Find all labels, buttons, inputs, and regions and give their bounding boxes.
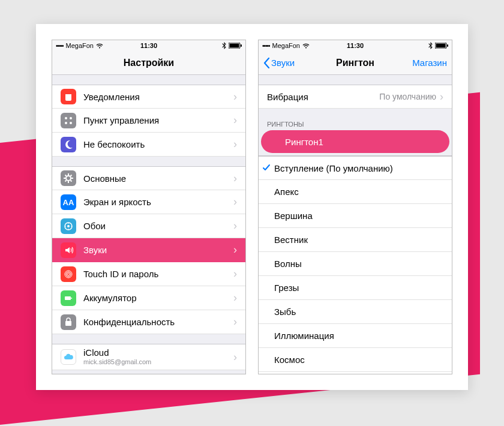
settings-item-label: Экран и яркость bbox=[83, 197, 233, 207]
icloud-icon bbox=[61, 349, 76, 365]
settings-item-label: Touch ID и пароль bbox=[83, 269, 233, 279]
checkmark-icon bbox=[259, 164, 274, 172]
disclosure-icon: › bbox=[233, 220, 237, 232]
settings-item-display[interactable]: AAЭкран и яркость› bbox=[52, 190, 245, 214]
custom-ringtone-highlighted[interactable]: Рингтон1 bbox=[261, 130, 449, 153]
signal-dots-icon: ••••• bbox=[262, 43, 270, 49]
disclosure-icon: › bbox=[233, 114, 237, 127]
ringtone-label: Апекс bbox=[274, 187, 443, 197]
svg-rect-17 bbox=[71, 298, 73, 299]
svg-rect-16 bbox=[65, 296, 71, 300]
settings-item-label: Уведомления bbox=[83, 92, 233, 102]
nav-bar-settings: Настройки bbox=[52, 51, 245, 75]
settings-item-label: Обои bbox=[83, 221, 233, 231]
svg-point-8 bbox=[70, 122, 72, 124]
ringtone-item[interactable]: Зыбь bbox=[259, 300, 452, 324]
settings-item-privacy[interactable]: Конфиденциальность› bbox=[52, 310, 245, 334]
ringtone-label: Грезы bbox=[274, 283, 443, 293]
vibration-label: Вибрация bbox=[267, 92, 379, 102]
svg-text:AA: AA bbox=[63, 198, 74, 207]
settings-item-touchid[interactable]: Touch ID и пароль› bbox=[52, 262, 245, 286]
nav-bar-ringtone: Звуки Рингтон Магазин bbox=[259, 51, 452, 75]
status-bar: ••••• MegaFon 11:30 bbox=[52, 40, 245, 51]
ringtone-item[interactable]: Вершина bbox=[259, 204, 452, 228]
vibration-cell[interactable]: Вибрация По умолчанию › bbox=[259, 85, 452, 109]
clock: 11:30 bbox=[118, 42, 179, 49]
ringtone-item[interactable]: Вступление (По умолчанию) bbox=[259, 156, 452, 180]
phone-ringtone: ••••• MegaFon 11:30 Звуки Ринг bbox=[258, 40, 452, 374]
ringtone-label: Вестник bbox=[274, 235, 443, 245]
clock: 11:30 bbox=[324, 42, 386, 49]
svg-rect-21 bbox=[447, 44, 448, 47]
settings-item-control[interactable]: Пункт управления› bbox=[52, 109, 245, 133]
settings-item-label: Не беспокоить bbox=[83, 139, 233, 149]
bluetooth-icon bbox=[222, 42, 226, 49]
carrier-label: MegaFon bbox=[272, 42, 300, 49]
privacy-icon bbox=[61, 314, 76, 330]
battery-icon bbox=[435, 43, 448, 49]
svg-point-5 bbox=[65, 117, 67, 119]
svg-rect-18 bbox=[65, 321, 71, 326]
svg-point-9 bbox=[66, 176, 71, 181]
disclosure-icon: › bbox=[440, 91, 443, 103]
dnd-icon bbox=[61, 137, 76, 152]
ringtone-item[interactable]: Апекс bbox=[259, 180, 452, 204]
display-icon: AA bbox=[61, 194, 76, 210]
store-button[interactable]: Магазин bbox=[407, 51, 452, 74]
settings-item-sounds[interactable]: Звуки› bbox=[52, 238, 245, 262]
svg-point-14 bbox=[66, 272, 71, 277]
settings-item-battery[interactable]: Аккумулятор› bbox=[52, 286, 245, 310]
general-icon bbox=[61, 170, 76, 186]
settings-item-label: Аккумулятор bbox=[83, 293, 233, 303]
settings-item-label: Звуки bbox=[83, 245, 233, 255]
svg-rect-2 bbox=[241, 44, 242, 47]
page-title: Настройки bbox=[52, 58, 245, 68]
settings-item-general[interactable]: Основные› bbox=[52, 166, 245, 190]
ringtone-item[interactable]: Космос bbox=[259, 348, 452, 372]
back-label: Звуки bbox=[271, 58, 295, 68]
ringtone-label: Вершина bbox=[274, 211, 443, 221]
svg-rect-4 bbox=[65, 92, 71, 94]
disclosure-icon: › bbox=[233, 172, 237, 185]
settings-item-label: Основные bbox=[83, 173, 233, 184]
ringtone-label: Космос bbox=[274, 355, 443, 365]
disclosure-icon: › bbox=[233, 268, 237, 280]
settings-item-icloud[interactable]: iCloudmick.sid85@gmail.com› bbox=[52, 344, 245, 370]
ringtone-item[interactable]: Грезы bbox=[259, 276, 452, 300]
ringtones-section-header: РИНГТОНЫ bbox=[259, 117, 452, 130]
sounds-icon bbox=[61, 242, 76, 258]
settings-item-label: Пункт управления bbox=[83, 115, 233, 125]
ringtone-item[interactable]: Волны bbox=[259, 252, 452, 276]
screenshot-card: ••••• MegaFon 11:30 Настройки Уведомлени… bbox=[36, 24, 468, 390]
svg-point-7 bbox=[65, 122, 67, 124]
settings-item-wallpaper[interactable]: Обои› bbox=[52, 214, 245, 238]
touchid-icon bbox=[61, 266, 76, 282]
wifi-icon bbox=[96, 43, 103, 49]
status-bar: ••••• MegaFon 11:30 bbox=[259, 40, 452, 51]
settings-item-sublabel: mick.sid85@gmail.com bbox=[83, 358, 233, 366]
disclosure-icon: › bbox=[233, 316, 237, 328]
bluetooth-icon bbox=[428, 42, 433, 49]
disclosure-icon: › bbox=[233, 196, 237, 208]
carrier-label: MegaFon bbox=[66, 42, 94, 49]
settings-content: Уведомления›Пункт управления›Не беспокои… bbox=[52, 75, 245, 374]
settings-item-notifications[interactable]: Уведомления› bbox=[52, 85, 245, 109]
disclosure-icon: › bbox=[233, 91, 237, 103]
ringtone-item[interactable]: Иллюминация bbox=[259, 324, 452, 348]
ringtone-content: Вибрация По умолчанию › РИНГТОНЫ Рингтон… bbox=[259, 75, 452, 374]
wallpaper-icon bbox=[61, 218, 76, 234]
wifi-icon bbox=[302, 43, 310, 49]
disclosure-icon: › bbox=[233, 138, 237, 151]
ringtone-item[interactable]: Вестник bbox=[259, 228, 452, 252]
chevron-left-icon bbox=[263, 58, 270, 68]
ringtone-label: Волны bbox=[274, 259, 443, 269]
settings-item-dnd[interactable]: Не беспокоить› bbox=[52, 133, 245, 157]
back-button[interactable]: Звуки bbox=[259, 51, 299, 74]
control-icon bbox=[61, 113, 76, 128]
notifications-icon bbox=[61, 89, 76, 104]
ringtone-item[interactable]: Кристаллы bbox=[259, 372, 452, 374]
svg-point-12 bbox=[67, 225, 70, 227]
battery-icon bbox=[229, 43, 242, 49]
battery-icon bbox=[61, 290, 76, 306]
svg-point-6 bbox=[70, 117, 72, 119]
